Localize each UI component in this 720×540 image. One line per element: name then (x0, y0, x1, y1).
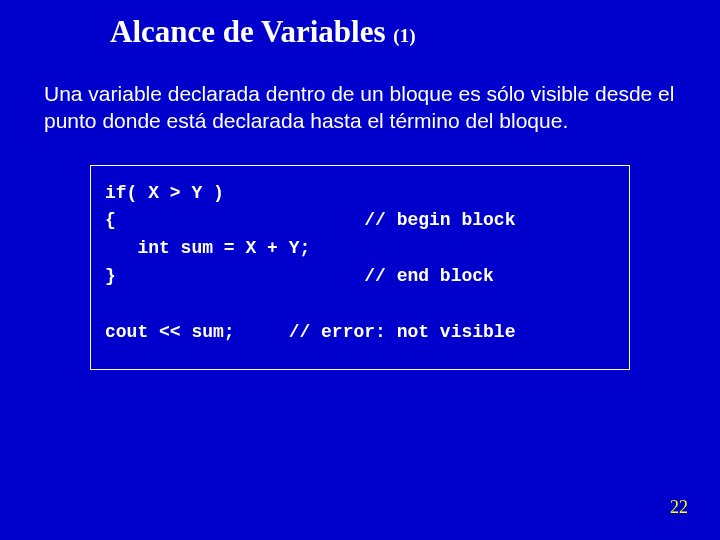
title-main: Alcance de Variables (110, 14, 393, 49)
body-paragraph: Una variable declarada dentro de un bloq… (44, 80, 680, 135)
code-block: if( X > Y ) { // begin block int sum = X… (90, 165, 630, 370)
slide-title: Alcance de Variables (1) (110, 14, 680, 50)
page-number: 22 (670, 497, 688, 518)
title-sub: (1) (393, 25, 415, 46)
slide: Alcance de Variables (1) Una variable de… (0, 0, 720, 540)
